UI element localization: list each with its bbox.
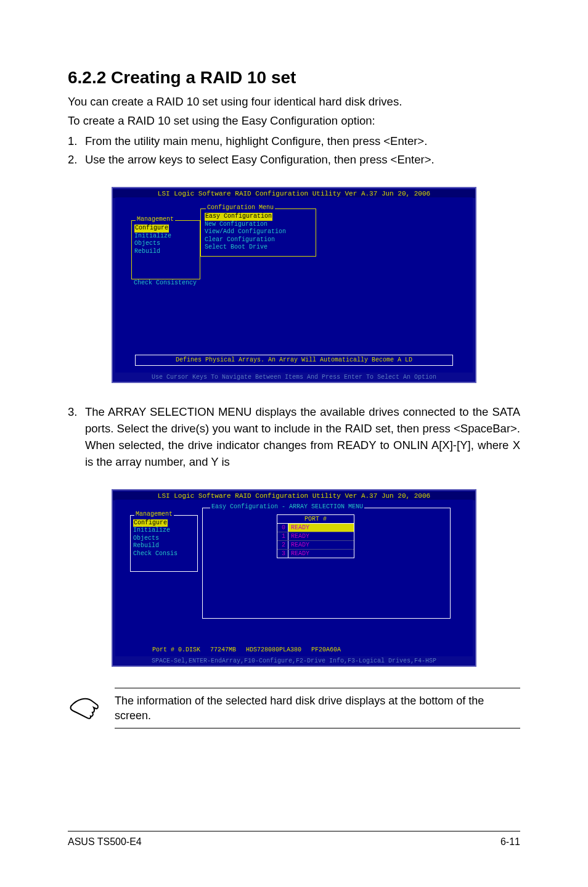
help-text-box: Defines Physical Arrays. An Array Will A… [135,355,453,366]
management-menu-items: Configure Initialize Objects Rebuild Che… [131,516,197,561]
document-page: 6.2.2 Creating a RAID 10 set You can cre… [0,0,588,887]
configuration-menu-items: Easy Configuration New Configuration Vie… [201,209,316,254]
cfg-item-boot[interactable]: Select Boot Drive [205,244,312,252]
utility-title-bar: LSI Logic Software RAID Configuration Ut… [113,189,475,198]
menu-item-initialize[interactable]: Initialize [134,233,197,241]
cfg-item-view-add[interactable]: View/Add Configuration [205,228,312,236]
note-block: The information of the selected hard dis… [68,688,520,729]
drive-size: 77247MB [210,646,236,653]
menu-item-configure[interactable]: Configure [134,225,169,233]
intro-paragraph-2: To create a RAID 10 set using the Easy C… [68,113,520,130]
port-row-2[interactable]: 2 READY [277,541,354,550]
menu-item-rebuild[interactable]: Rebuild [133,542,195,550]
screenshot-1-container: LSI Logic Software RAID Configuration Ut… [68,187,520,383]
drive-firmware: PF20A60A [311,646,341,653]
port-table-header: PORT # [277,515,354,524]
step-number: 3. [68,404,85,470]
port-table: PORT # 0 READY 1 READY 2 READY 3 [277,514,354,558]
note-text: The information of the selected hard dis… [115,688,520,729]
step-1: 1. From the utility main menu, highlight… [68,133,520,150]
management-menu-box: Management Configure Initialize Objects … [130,515,198,572]
screenshot-2-container: LSI Logic Software RAID Configuration Ut… [68,489,520,667]
port-number: 2 [277,541,288,549]
menu-item-configure[interactable]: Configure [133,519,168,527]
port-number: 0 [277,524,288,532]
easy-configuration-box: Easy Configuration - ARRAY SELECTION MEN… [202,508,451,619]
management-menu-box: Management Configure Initialize Objects … [131,220,200,279]
step-2: 2. Use the arrow keys to select Easy Con… [68,152,520,168]
menu-item-objects[interactable]: Objects [133,535,195,543]
step-text: The ARRAY SELECTION MENU displays the av… [85,404,520,470]
configuration-menu-title: Configuration Menu [206,204,275,211]
utility-title-bar: LSI Logic Software RAID Configuration Ut… [113,492,475,500]
port-row-0[interactable]: 0 READY [277,524,354,532]
management-menu-title: Management [134,511,174,518]
port-number: 1 [277,532,288,540]
easy-configuration-title: Easy Configuration - ARRAY SELECTION MEN… [210,503,364,510]
configuration-menu-box: Configuration Menu Easy Configuration Ne… [200,208,316,257]
drive-port: Port # 0.DISK [152,646,200,653]
cfg-item-new[interactable]: New Configuration [205,221,312,229]
port-row-3[interactable]: 3 READY [277,550,354,558]
note-hand-icon [68,688,101,720]
menu-item-rebuild[interactable]: Rebuild [134,248,197,256]
menu-item-initialize[interactable]: Initialize [133,527,195,535]
management-menu-title: Management [136,216,175,223]
steps-list-continued: 3. The ARRAY SELECTION MENU displays the… [68,404,520,470]
management-menu-items: Configure Initialize Objects Rebuild [132,221,200,258]
cfg-item-clear[interactable]: Clear Configuration [205,236,312,244]
drive-model: HDS728080PLA380 [246,646,301,653]
menu-item-check-consis[interactable]: Check Consis [133,550,195,558]
step-number: 2. [68,152,85,168]
utility-footer-hint: SPACE-Sel,ENTER-EndArray,F10-Configure,F… [113,658,475,664]
cfg-item-easy[interactable]: Easy Configuration [205,213,272,221]
step-text: Use the arrow keys to select Easy Config… [85,152,520,168]
port-number: 3 [277,550,288,558]
menu-item-check-consistency[interactable]: Check Consistency [134,279,197,286]
port-row-1[interactable]: 1 READY [277,532,354,541]
page-footer: ASUS TS500-E4 6-11 [68,831,520,848]
footer-product: ASUS TS500-E4 [68,836,142,848]
raid-utility-screenshot-2: LSI Logic Software RAID Configuration Ut… [112,489,476,667]
port-status: READY [288,550,354,558]
port-status: READY [288,532,354,540]
section-heading: 6.2.2 Creating a RAID 10 set [68,68,520,88]
port-status: READY [288,541,354,549]
step-3: 3. The ARRAY SELECTION MENU displays the… [68,404,520,470]
utility-footer-hint: Use Cursor Keys To Navigate Between Item… [113,374,475,381]
intro-paragraph-1: You can create a RAID 10 set using four … [68,94,520,110]
raid-utility-screenshot-1: LSI Logic Software RAID Configuration Ut… [112,187,476,383]
drive-info-bar: Port # 0.DISK 77247MB HDS728080PLA380 PF… [152,646,451,653]
steps-list: 1. From the utility main menu, highlight… [68,133,520,169]
step-number: 1. [68,133,85,150]
step-text: From the utility main menu, highlight Co… [85,133,520,150]
port-status: READY [288,524,354,532]
footer-page-number: 6-11 [500,836,520,848]
menu-item-objects[interactable]: Objects [134,240,197,248]
